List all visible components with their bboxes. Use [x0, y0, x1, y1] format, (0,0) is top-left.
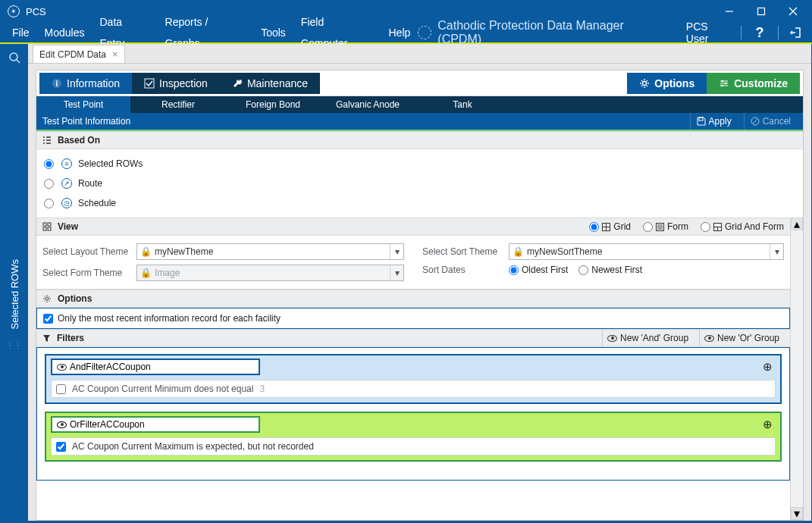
or-filter-name-input[interactable]: OrFilterACCoupon: [51, 416, 260, 433]
gear-icon: [639, 78, 650, 89]
menu-modules[interactable]: Modules: [37, 22, 92, 43]
sort-theme-value: myNewSortTheme: [527, 246, 602, 257]
checkbox-only-recent[interactable]: [43, 314, 53, 324]
form-theme-label: Select Form Theme: [42, 268, 132, 278]
add-or-rule-icon[interactable]: ⊕: [763, 418, 773, 431]
svg-point-5: [643, 81, 647, 85]
form-theme-combo: 🔒 Image ▾: [136, 265, 404, 281]
options-button[interactable]: Options: [627, 73, 707, 94]
and-filter-name-input[interactable]: AndFilterACCoupon: [51, 359, 260, 375]
tab-inspection[interactable]: Inspection: [132, 73, 220, 94]
search-icon[interactable]: [4, 47, 25, 68]
menu-help[interactable]: Help: [381, 22, 419, 43]
maximize-button[interactable]: [745, 1, 777, 22]
wrench-icon: [232, 78, 243, 89]
radio-route-label: Route: [78, 178, 102, 189]
radio-route[interactable]: [44, 179, 54, 189]
sort-theme-combo[interactable]: 🔒 myNewSortTheme ▾: [509, 243, 784, 260]
radio-view-form[interactable]: [643, 222, 653, 232]
schedule-icon: ◷: [61, 198, 72, 208]
radio-newest-first[interactable]: [578, 265, 588, 275]
form-mode-icon: [656, 223, 664, 231]
radio-schedule[interactable]: [44, 199, 54, 208]
close-tab-icon[interactable]: ×: [112, 49, 118, 60]
subtab-rectifier[interactable]: Rectifier: [131, 96, 226, 113]
svg-rect-11: [43, 223, 46, 226]
options-header: Options: [36, 290, 790, 308]
tab-edit-cpdm[interactable]: Edit CPDM Data ×: [33, 45, 125, 63]
cancel-button[interactable]: Cancel: [744, 113, 797, 130]
scroll-down-icon[interactable]: ▾: [791, 507, 803, 520]
current-user[interactable]: PCS User: [686, 20, 733, 45]
radio-view-gridform-label: Grid And Form: [725, 221, 784, 232]
window-title: PCS: [26, 6, 46, 17]
new-or-group-button[interactable]: New 'Or' Group: [699, 330, 784, 346]
radio-view-grid[interactable]: [589, 222, 599, 232]
svg-text:i: i: [56, 80, 58, 88]
subtab-foreign-bond[interactable]: Foreign Bond: [226, 96, 321, 113]
radio-oldest-first-label: Oldest First: [522, 265, 568, 275]
sidebar-handle-icon[interactable]: ⋮⋮: [6, 341, 23, 349]
subtab-galvanic-anode[interactable]: Galvanic Anode: [321, 96, 415, 113]
customize-button[interactable]: Customize: [707, 73, 800, 94]
filter-icon: [42, 334, 51, 343]
or-rule-checkbox[interactable]: [56, 442, 66, 452]
radio-oldest-first[interactable]: [509, 265, 519, 275]
minimize-button[interactable]: [713, 1, 745, 22]
chevron-down-icon: ▾: [390, 265, 403, 280]
subtab-tank[interactable]: Tank: [415, 96, 510, 113]
gridform-mode-icon: [713, 223, 722, 231]
and-rule-checkbox[interactable]: [56, 384, 66, 394]
logout-icon[interactable]: [786, 22, 807, 43]
app-icon: ✶: [8, 5, 20, 17]
menu-tools[interactable]: Tools: [253, 22, 293, 43]
scroll-up-icon[interactable]: ▴: [791, 218, 803, 230]
radio-view-grid-label: Grid: [613, 221, 631, 232]
section-title: Test Point Information: [42, 116, 130, 127]
svg-rect-12: [48, 223, 51, 226]
eye-icon: [57, 364, 67, 371]
grid-icon: [42, 222, 52, 231]
svg-point-1: [10, 53, 17, 61]
tab-information[interactable]: i Information: [39, 73, 132, 94]
svg-rect-4: [145, 79, 154, 88]
svg-point-7: [725, 82, 727, 84]
apply-button[interactable]: Apply: [690, 113, 738, 130]
route-icon: ↗: [61, 178, 72, 189]
chevron-down-icon[interactable]: ▾: [390, 244, 403, 259]
save-icon: [697, 117, 706, 126]
main-area: Edit CPDM Data × i Information Inspectio…: [28, 44, 811, 521]
layout-theme-value: myNewTheme: [155, 246, 213, 257]
subtab-test-point[interactable]: Test Point: [36, 96, 131, 113]
vertical-scrollbar[interactable]: ▴ ▾: [790, 218, 803, 520]
radio-newest-first-label: Newest First: [591, 265, 642, 275]
check-icon: [144, 78, 155, 89]
tab-label: Edit CPDM Data: [39, 49, 106, 60]
radio-selected-rows-label: Selected ROWs: [78, 158, 143, 169]
and-filter-rule[interactable]: AC Coupon Current Minimum does not equal…: [51, 380, 776, 398]
sidebar-tab-selected-rows[interactable]: Selected ROWs: [5, 250, 25, 338]
sort-dates-label: Sort Dates: [422, 265, 504, 275]
menu-file[interactable]: File: [5, 22, 37, 43]
app-logo-icon: [418, 26, 431, 39]
radio-selected-rows[interactable]: [44, 159, 54, 169]
radio-schedule-label: Schedule: [78, 198, 116, 208]
add-and-rule-icon[interactable]: ⊕: [763, 360, 773, 374]
rows-icon: ≡: [61, 158, 72, 169]
lock-icon: 🔒: [140, 246, 152, 257]
gear-icon: [42, 294, 52, 303]
checkbox-only-recent-label: Only the most recent information record …: [58, 313, 281, 324]
svg-rect-9: [699, 117, 703, 121]
new-and-group-button[interactable]: New 'And' Group: [602, 330, 693, 346]
help-icon[interactable]: ?: [749, 22, 770, 43]
category-tabs: i Information Inspection Maintenance Opt…: [36, 70, 803, 96]
close-button[interactable]: [777, 1, 809, 22]
filters-header: Filters New 'And' Group New 'Or' Group: [36, 329, 790, 347]
chevron-down-icon[interactable]: ▾: [770, 244, 783, 259]
svg-point-6: [722, 80, 724, 82]
layout-theme-combo[interactable]: 🔒 myNewTheme ▾: [136, 243, 404, 260]
radio-view-gridform[interactable]: [701, 222, 710, 232]
view-header: View Grid Form Grid And Form: [36, 218, 790, 236]
or-filter-rule[interactable]: AC Coupon Current Maximum is expected, b…: [51, 437, 776, 456]
tab-maintenance[interactable]: Maintenance: [220, 73, 320, 94]
